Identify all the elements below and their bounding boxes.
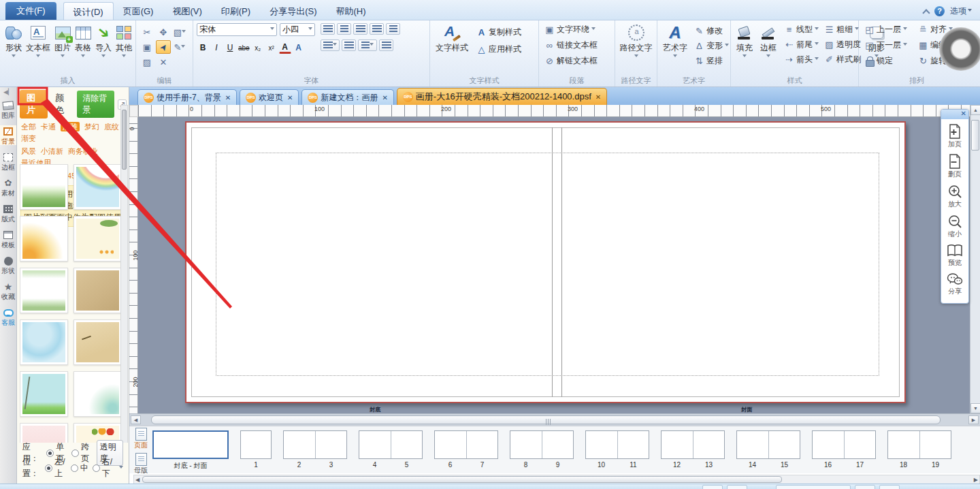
wordart-modify-button[interactable]: ✎修改 — [692, 25, 731, 37]
border-button[interactable]: 边框 — [758, 23, 779, 66]
page-thumbnail-pair[interactable]: 1415 — [736, 430, 800, 469]
category-texture[interactable]: 底纹 — [104, 123, 119, 131]
paste-button[interactable]: ▨ — [140, 55, 154, 69]
arrow-tail-button[interactable]: ⇠箭尾 — [782, 38, 821, 51]
fill-button[interactable]: 填充 — [734, 23, 755, 66]
clear-background-button[interactable]: 清除背景 — [77, 91, 114, 118]
insert-shape-button[interactable]: 形状 — [3, 23, 24, 60]
close-tab-icon[interactable]: ✕ — [287, 94, 293, 101]
align-left-button[interactable] — [321, 23, 335, 35]
insert-table-button[interactable]: 表格 — [73, 23, 93, 60]
font-size-select[interactable]: 小四 — [280, 23, 315, 36]
document-tab-active[interactable]: DPS 画册-大16开硬壳精装-文档200212-1400.dpsf ✕ — [397, 88, 607, 105]
page-thumbnail-pair[interactable]: 1011 — [585, 430, 649, 469]
tab-image[interactable]: 图片 — [20, 90, 48, 119]
page-thumbnail-cover[interactable]: 封底 - 封面 — [152, 430, 229, 471]
category-fresh[interactable]: 小清新 — [41, 147, 63, 155]
tab-color[interactable]: 颜色 — [51, 90, 74, 119]
category-dream[interactable]: 梦幻 — [84, 123, 99, 131]
scroll-up-button[interactable]: ▲ — [970, 105, 980, 115]
status-control[interactable] — [776, 485, 851, 489]
category-cartoon[interactable]: 卡通 — [41, 123, 56, 131]
select-tool-button[interactable]: ➤ — [156, 40, 171, 54]
close-tab-icon[interactable]: ✕ — [595, 93, 601, 101]
add-page-button[interactable]: 加页 — [941, 124, 968, 149]
highlight-color-button[interactable]: A — [293, 42, 305, 54]
preview-button[interactable]: 预览 — [941, 244, 968, 268]
background-thumbnail[interactable] — [74, 371, 122, 417]
arrow-head-button[interactable]: ⇢箭头 — [782, 53, 821, 66]
document-tab[interactable]: DPS 使用手册-7、背景 ✕ — [137, 89, 237, 105]
background-thumbnail[interactable] — [74, 319, 122, 365]
sidebar-item-favorites[interactable]: ★ 收藏 — [0, 281, 16, 300]
strikethrough-button[interactable]: abe — [238, 42, 250, 54]
insert-import-button[interactable]: ➔ 导入 — [93, 23, 114, 60]
bold-button[interactable]: B — [197, 42, 209, 54]
delete-button[interactable]: ✕ — [156, 55, 171, 69]
background-thumbnail[interactable] — [20, 164, 68, 210]
scroll-left-button[interactable]: ◀ — [131, 415, 141, 424]
line-spacing-button[interactable] — [342, 40, 356, 51]
background-thumbnail[interactable] — [74, 164, 122, 210]
page-thumbnail-pair[interactable]: 67 — [434, 430, 498, 469]
horizontal-scroll-thumb[interactable] — [151, 415, 941, 424]
text-style-button[interactable]: 文字样式 — [434, 23, 470, 54]
category-gradient[interactable]: 渐变 — [21, 134, 36, 142]
unlink-textbox-button[interactable]: ⊘解链文本框 — [542, 54, 611, 67]
page-thumbnail-pair[interactable]: 1819 — [887, 430, 951, 469]
page-thumbnail-pair[interactable]: 45 — [359, 430, 423, 469]
position-center-radio[interactable]: 中 — [71, 462, 88, 474]
canvas-area[interactable]: 封底 封面 — [138, 117, 970, 413]
panel-scrollbar[interactable] — [120, 105, 128, 451]
sidebar-item-border[interactable]: 边框 — [0, 151, 16, 171]
insert-textbox-button[interactable]: 文本框 — [24, 23, 52, 60]
send-backward-button[interactable]: ◱下一层 — [862, 39, 909, 52]
page-thumbnail-pair[interactable]: 1617 — [812, 430, 876, 469]
position-right-bottom-radio[interactable]: 右/下 — [93, 456, 114, 479]
bring-forward-button[interactable]: ◰上一层 — [862, 23, 909, 36]
menu-share-export[interactable]: 分享导出(S) — [260, 2, 326, 20]
options-button[interactable]: 选项 — [950, 5, 972, 17]
sidebar-item-material[interactable]: ✿ 素材 — [0, 177, 16, 197]
font-family-select[interactable]: 宋体 — [197, 23, 277, 36]
superscript-button[interactable]: x² — [265, 42, 278, 54]
align-center-button[interactable] — [337, 23, 351, 35]
subscript-button[interactable]: x₂ — [252, 42, 264, 54]
pages-view-button[interactable]: 页面 — [134, 428, 148, 450]
delete-page-button[interactable]: 删页 — [941, 154, 968, 179]
export-image-button[interactable]: ▧ — [172, 25, 187, 39]
vertical-scroll-thumb[interactable] — [971, 120, 979, 151]
floating-toolbar-header[interactable]: ✕ — [941, 110, 968, 119]
status-control[interactable] — [702, 485, 723, 489]
columns-button[interactable] — [358, 40, 377, 51]
menu-design[interactable]: 设计(D) — [63, 2, 114, 20]
horizontal-scrollbar[interactable]: ◀ ▶ — [129, 413, 980, 426]
align-right-button[interactable] — [353, 23, 368, 35]
share-button[interactable]: 分享 — [941, 272, 968, 296]
close-tab-icon[interactable]: ✕ — [225, 94, 231, 101]
sidebar-item-layout[interactable]: 版式 — [0, 203, 16, 223]
background-thumbnail[interactable] — [20, 268, 68, 313]
background-thumbnail[interactable] — [74, 268, 122, 313]
background-thumbnail[interactable] — [74, 216, 122, 262]
line-weight-button[interactable]: ☰粗细 — [822, 23, 861, 36]
close-icon[interactable]: ✕ — [961, 110, 966, 117]
pages-scroll-left[interactable]: ◀ — [135, 476, 140, 484]
zoom-out-button[interactable]: 缩小 — [941, 214, 968, 239]
lock-button[interactable]: 锁定 — [862, 54, 909, 67]
menu-print[interactable]: 印刷(P) — [212, 2, 260, 20]
char-spacing-button[interactable] — [321, 40, 340, 51]
collapse-ribbon-icon[interactable] — [923, 8, 929, 14]
insert-image-button[interactable]: 图片 — [52, 23, 73, 60]
sidebar-item-background[interactable]: 背景 — [0, 125, 16, 145]
paragraph-settings-button[interactable] — [379, 40, 393, 51]
scroll-right-button[interactable]: ▶ — [968, 415, 979, 424]
category-scenery[interactable]: 风景 — [21, 147, 36, 155]
style-brush-button[interactable]: ✐样式刷 — [822, 53, 863, 66]
document-tab[interactable]: DPS 欢迎页 ✕ — [240, 89, 299, 105]
wordart-transform-button[interactable]: ∆变形 — [692, 40, 731, 52]
collapse-panel-button[interactable]: ◀▏ — [3, 89, 13, 99]
wordart-vertical-button[interactable]: ⇅竖排 — [692, 54, 731, 67]
page-thumbnail-pair[interactable]: 1213 — [661, 430, 725, 469]
category-business[interactable]: 商务职业 — [68, 147, 98, 155]
